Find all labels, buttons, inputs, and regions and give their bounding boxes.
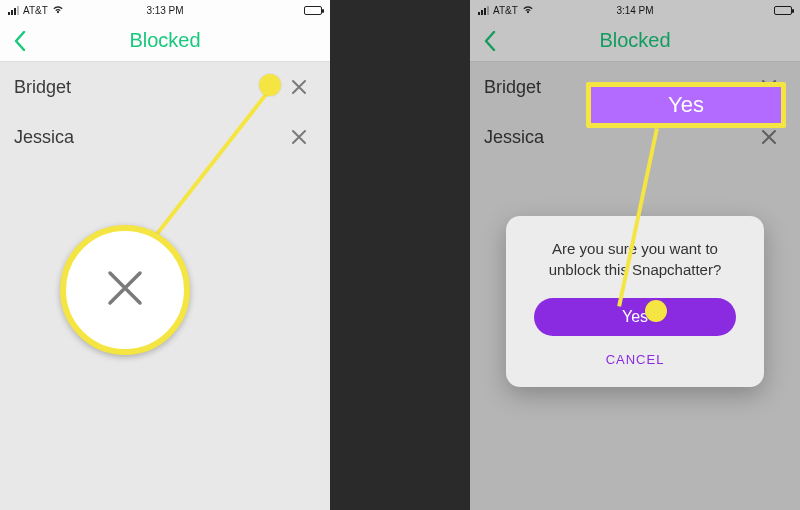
phone-screen-right: AT&T 3:14 PM Blocked Bridget Jessica: [470, 0, 800, 510]
unblock-x-button[interactable]: [286, 124, 312, 150]
dialog-message: Are you sure you want to unblock this Sn…: [526, 238, 744, 280]
unblock-x-button[interactable]: [286, 74, 312, 100]
phone-screen-left: AT&T 3:13 PM Blocked Bridget Jessica: [0, 0, 330, 510]
confirm-yes-button[interactable]: Yes: [534, 298, 736, 336]
battery-icon: [304, 6, 322, 15]
wifi-icon: [522, 5, 534, 16]
confirm-dialog: Are you sure you want to unblock this Sn…: [506, 216, 764, 387]
blocked-name: Bridget: [14, 77, 286, 98]
page-title: Blocked: [129, 29, 200, 52]
carrier-label: AT&T: [23, 5, 48, 16]
carrier-label: AT&T: [493, 5, 518, 16]
nav-bar: Blocked: [470, 20, 800, 62]
annotation-pointer-dot: [259, 74, 281, 96]
signal-icon: [8, 6, 19, 15]
close-icon: [105, 268, 145, 312]
clock: 3:14 PM: [616, 5, 653, 16]
blocked-name: Jessica: [14, 127, 286, 148]
blocked-list: Bridget Jessica: [0, 62, 330, 162]
annotation-yes-callout: Yes: [586, 82, 786, 128]
confirm-cancel-button[interactable]: CANCEL: [526, 346, 744, 373]
annotation-zoom-circle: [60, 225, 190, 355]
signal-icon: [478, 6, 489, 15]
status-bar: AT&T 3:13 PM: [0, 0, 330, 20]
back-button[interactable]: [0, 20, 40, 62]
wifi-icon: [52, 5, 64, 16]
back-button[interactable]: [470, 20, 510, 62]
battery-icon: [774, 6, 792, 15]
page-title: Blocked: [599, 29, 670, 52]
annotation-pointer-dot: [645, 300, 667, 322]
clock: 3:13 PM: [146, 5, 183, 16]
nav-bar: Blocked: [0, 20, 330, 62]
blocked-name: Jessica: [484, 127, 756, 148]
list-item: Jessica: [0, 112, 330, 162]
status-bar: AT&T 3:14 PM: [470, 0, 800, 20]
